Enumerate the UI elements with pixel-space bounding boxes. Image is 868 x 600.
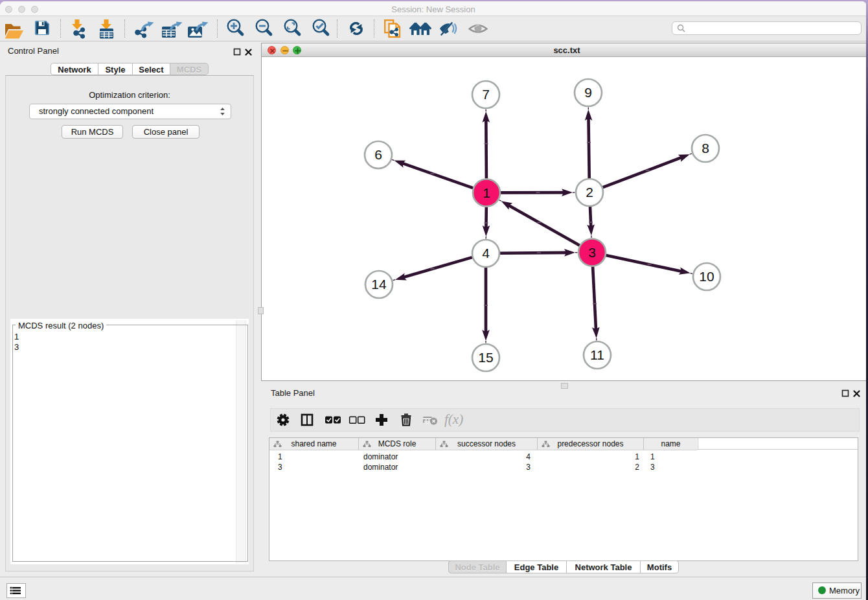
svg-text:4: 4 [482,246,490,260]
svg-text:2: 2 [586,185,593,200]
svg-text:8: 8 [702,141,709,156]
svg-text:11: 11 [590,347,604,362]
svg-text:14: 14 [371,277,387,292]
svg-text:7: 7 [482,87,490,102]
svg-text:6: 6 [374,147,382,162]
svg-text:10: 10 [699,269,714,284]
svg-text:1: 1 [483,185,490,200]
svg-text:3: 3 [588,245,596,260]
svg-text:9: 9 [584,85,592,100]
svg-text:15: 15 [478,350,493,365]
